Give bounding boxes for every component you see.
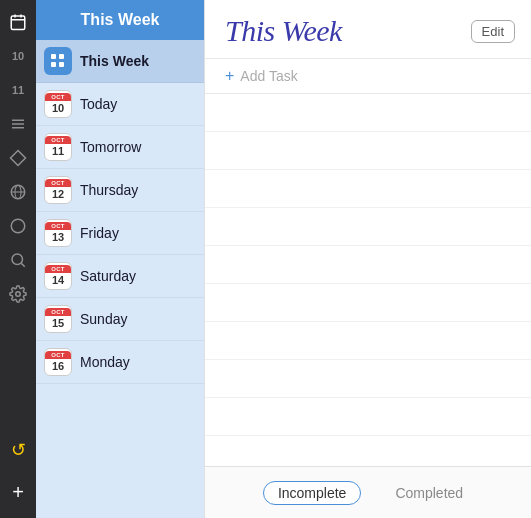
tab-incomplete[interactable]: Incomplete: [263, 481, 361, 505]
edit-button[interactable]: Edit: [471, 20, 515, 43]
sidebar-item-thursday[interactable]: OCT 12 Thursday: [36, 169, 204, 212]
svg-point-11: [11, 219, 25, 233]
task-row: [205, 322, 531, 360]
list-icon[interactable]: [4, 110, 32, 138]
globe-icon[interactable]: [4, 178, 32, 206]
monday-icon: OCT 16: [44, 348, 72, 376]
page-title: This Week: [225, 14, 342, 48]
tomorrow-icon: OCT 11: [44, 133, 72, 161]
saturday-label: Saturday: [80, 268, 136, 284]
sidebar-item-friday[interactable]: OCT 13 Friday: [36, 212, 204, 255]
add-task-label: Add Task: [240, 68, 297, 84]
tomorrow-rail-icon[interactable]: 11: [4, 76, 32, 104]
tomorrow-label: Tomorrow: [80, 139, 141, 155]
add-task-row[interactable]: + Add Task: [205, 58, 531, 94]
svg-point-12: [12, 254, 23, 265]
add-rail-icon[interactable]: +: [4, 478, 32, 506]
task-row: [205, 170, 531, 208]
task-row: [205, 284, 531, 322]
task-row: [205, 436, 531, 466]
friday-icon: OCT 13: [44, 219, 72, 247]
thursday-label: Thursday: [80, 182, 138, 198]
task-row: [205, 360, 531, 398]
svg-rect-15: [51, 54, 56, 59]
task-list: [205, 94, 531, 466]
sidebar-item-today[interactable]: OCT 10 Today: [36, 83, 204, 126]
search-icon[interactable]: [4, 246, 32, 274]
main-content: This Week Edit + Add Task Incomplete Com…: [204, 0, 531, 518]
friday-label: Friday: [80, 225, 119, 241]
sidebar-item-this-week[interactable]: This Week: [36, 40, 204, 83]
svg-marker-7: [11, 151, 26, 166]
rail-bottom-actions: ↺ +: [4, 436, 32, 506]
svg-line-13: [21, 263, 24, 266]
sync-icon[interactable]: ↺: [4, 436, 32, 464]
svg-rect-17: [51, 62, 56, 67]
sidebar: This Week This Week OCT 10 Today OCT 11 …: [36, 0, 204, 518]
tab-completed[interactable]: Completed: [385, 481, 473, 505]
task-row: [205, 246, 531, 284]
this-week-label: This Week: [80, 53, 149, 69]
today-icon: OCT 10: [44, 90, 72, 118]
svg-rect-16: [59, 54, 64, 59]
tag-icon[interactable]: [4, 144, 32, 172]
main-footer: Incomplete Completed: [205, 466, 531, 518]
svg-rect-0: [11, 16, 25, 30]
saturday-icon: OCT 14: [44, 262, 72, 290]
icon-rail: 10 11 ↺ +: [0, 0, 36, 518]
calendar-icon[interactable]: [4, 8, 32, 36]
svg-point-14: [16, 292, 21, 297]
sidebar-item-monday[interactable]: OCT 16 Monday: [36, 341, 204, 384]
this-week-icon: [44, 47, 72, 75]
sunday-label: Sunday: [80, 311, 127, 327]
task-row: [205, 94, 531, 132]
sidebar-item-sunday[interactable]: OCT 15 Sunday: [36, 298, 204, 341]
task-row: [205, 208, 531, 246]
circle-icon[interactable]: [4, 212, 32, 240]
thursday-icon: OCT 12: [44, 176, 72, 204]
settings-icon[interactable]: [4, 280, 32, 308]
inbox-icon[interactable]: 10: [4, 42, 32, 70]
monday-label: Monday: [80, 354, 130, 370]
task-row: [205, 132, 531, 170]
main-header: This Week Edit: [205, 0, 531, 58]
add-task-plus-icon: +: [225, 67, 234, 85]
sidebar-header-label: This Week: [81, 11, 160, 29]
sidebar-item-saturday[interactable]: OCT 14 Saturday: [36, 255, 204, 298]
svg-rect-18: [59, 62, 64, 67]
sidebar-item-tomorrow[interactable]: OCT 11 Tomorrow: [36, 126, 204, 169]
sidebar-header: This Week: [36, 0, 204, 40]
task-row: [205, 398, 531, 436]
today-label: Today: [80, 96, 117, 112]
sunday-icon: OCT 15: [44, 305, 72, 333]
